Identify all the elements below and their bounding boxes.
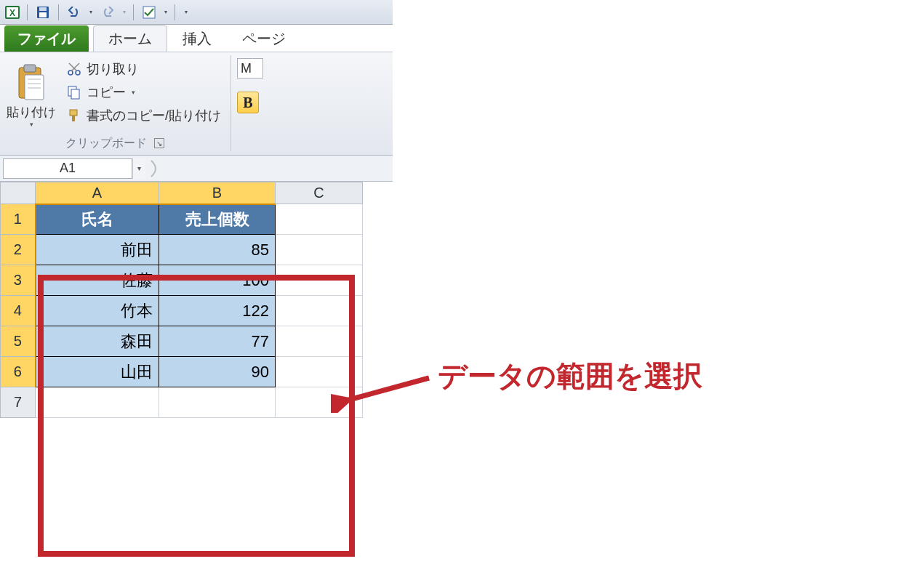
cell-B5[interactable]: 77 — [159, 326, 276, 357]
cell-C1[interactable] — [276, 204, 363, 235]
clipboard-group: 貼り付け ▾ 切り取り コピー ▾ — [4, 55, 231, 151]
font-group-partial: M B — [237, 55, 263, 155]
quick-access-toolbar: X ▾ ▾ ▾ ▾ — [0, 0, 393, 25]
format-painter-label: 書式のコピー/貼り付け — [87, 107, 221, 124]
cell-A7[interactable] — [36, 387, 159, 418]
separator — [133, 4, 134, 20]
cell-C7[interactable] — [276, 387, 363, 418]
svg-rect-19 — [70, 110, 77, 116]
row-header-6[interactable]: 6 — [1, 357, 36, 387]
name-box-dropdown[interactable]: ▾ — [132, 158, 145, 179]
cell-A3[interactable]: 佐藤 — [36, 265, 159, 296]
checkbox-toggle[interactable] — [139, 3, 159, 22]
cell-C3[interactable] — [276, 265, 363, 296]
qat-more-dropdown[interactable]: ▾ — [162, 3, 169, 22]
cell-A4[interactable]: 竹本 — [36, 296, 159, 326]
excel-logo-icon: X — [3, 3, 22, 22]
paste-label: 貼り付け — [7, 104, 56, 121]
column-header-C[interactable]: C — [276, 182, 363, 204]
row-header-7[interactable]: 7 — [1, 387, 36, 418]
svg-rect-5 — [39, 12, 47, 17]
annotation-text: データの範囲を選択 — [438, 356, 702, 396]
cut-label: 切り取り — [87, 60, 139, 78]
cell-A1[interactable]: 氏名 — [36, 204, 159, 235]
cell-B3[interactable]: 100 — [159, 265, 276, 296]
name-box[interactable]: A1 — [3, 158, 132, 179]
svg-rect-9 — [25, 75, 44, 100]
column-header-B[interactable]: B — [159, 182, 276, 204]
ribbon-tabs: ファイル ホーム 挿入 ページ — [0, 25, 393, 52]
cell-A5[interactable]: 森田 — [36, 326, 159, 357]
tab-file[interactable]: ファイル — [4, 25, 89, 52]
redo-dropdown[interactable]: ▾ — [121, 3, 128, 22]
cell-A2[interactable]: 前田 — [36, 235, 159, 265]
bold-button[interactable]: B — [237, 92, 259, 113]
qat-customize-dropdown[interactable]: ▾ — [180, 3, 192, 22]
redo-button[interactable] — [97, 3, 118, 22]
cell-A6[interactable]: 山田 — [36, 357, 159, 387]
cell-C6[interactable] — [276, 357, 363, 387]
clipboard-group-label: クリップボード — [65, 136, 147, 151]
cell-B7[interactable] — [159, 387, 276, 418]
scissors-icon — [66, 61, 82, 77]
cell-B4[interactable]: 122 — [159, 296, 276, 326]
separator — [175, 4, 175, 20]
copy-label: コピー — [87, 84, 126, 101]
row-header-1[interactable]: 1 — [1, 204, 36, 235]
svg-text:X: X — [9, 8, 15, 18]
svg-rect-8 — [24, 65, 36, 72]
formula-bar-splitter — [148, 158, 163, 179]
cell-C2[interactable] — [276, 235, 363, 265]
svg-rect-20 — [72, 116, 75, 121]
svg-rect-4 — [39, 7, 47, 11]
tab-page-layout[interactable]: ページ — [227, 25, 301, 52]
column-header-A[interactable]: A — [36, 182, 159, 204]
undo-button[interactable] — [64, 3, 84, 22]
format-painter-button[interactable]: 書式のコピー/貼り付け — [63, 105, 225, 126]
clipboard-dialog-launcher[interactable]: ↘ — [154, 138, 164, 148]
copy-button[interactable]: コピー ▾ — [63, 81, 225, 103]
cell-B1[interactable]: 売上個数 — [159, 204, 276, 235]
name-formula-bar: A1 ▾ — [0, 156, 393, 182]
row-header-5[interactable]: 5 — [1, 326, 36, 357]
separator — [58, 4, 59, 20]
cut-button[interactable]: 切り取り — [63, 58, 225, 80]
cell-B2[interactable]: 85 — [159, 235, 276, 265]
tab-insert[interactable]: 挿入 — [167, 25, 227, 52]
save-button[interactable] — [33, 3, 53, 22]
cell-C5[interactable] — [276, 326, 363, 357]
separator — [27, 4, 28, 20]
paste-button[interactable]: 貼り付け ▾ — [4, 55, 58, 135]
svg-rect-18 — [71, 89, 79, 99]
worksheet-grid[interactable]: A B C 1 氏名 売上個数 2 前田 85 3 佐藤 100 — [0, 182, 393, 418]
tab-home[interactable]: ホーム — [93, 25, 167, 52]
brush-icon — [66, 108, 82, 124]
row-header-3[interactable]: 3 — [1, 265, 36, 296]
select-all-corner[interactable] — [1, 182, 36, 204]
font-name-combo[interactable]: M — [237, 58, 263, 78]
copy-icon — [66, 84, 82, 100]
cell-B6[interactable]: 90 — [159, 357, 276, 387]
undo-dropdown[interactable]: ▾ — [87, 3, 95, 22]
cell-C4[interactable] — [276, 296, 363, 326]
ribbon: 貼り付け ▾ 切り取り コピー ▾ — [0, 52, 393, 156]
row-header-4[interactable]: 4 — [1, 296, 36, 326]
row-header-2[interactable]: 2 — [1, 235, 36, 265]
name-box-value: A1 — [60, 161, 76, 176]
